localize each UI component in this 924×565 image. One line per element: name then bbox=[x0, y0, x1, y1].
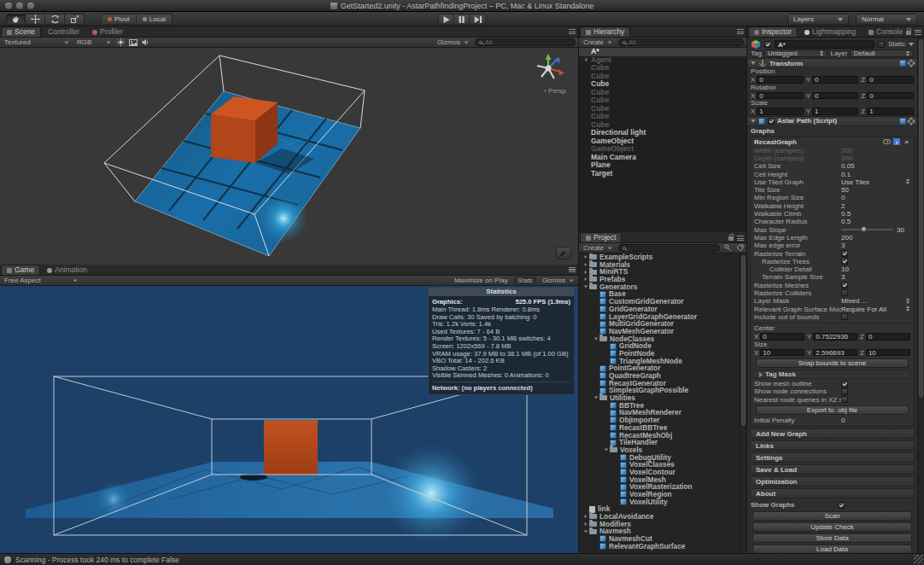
setting-value[interactable]: 200 bbox=[841, 234, 910, 242]
help-icon[interactable] bbox=[899, 118, 906, 125]
move-tool-button[interactable] bbox=[26, 14, 45, 25]
snap-bounds-button[interactable]: Snap bounds to scene bbox=[756, 358, 909, 368]
pivot-toggle-button[interactable]: Pivot bbox=[101, 14, 137, 25]
lock-icon[interactable] bbox=[906, 31, 911, 35]
object-name-field[interactable]: A* bbox=[775, 40, 874, 49]
hierarchy-search-input[interactable]: All bbox=[618, 38, 744, 46]
hierarchy-create-dropdown[interactable]: Create bbox=[582, 38, 614, 46]
static-dropdown-icon[interactable] bbox=[909, 43, 914, 46]
audio-toggle-icon[interactable] bbox=[142, 38, 149, 46]
maximize-on-play-button[interactable]: Maximize on Play bbox=[453, 277, 510, 284]
color-mode-dropdown[interactable]: RGB bbox=[75, 38, 113, 46]
panel-menu-icon[interactable] bbox=[737, 29, 744, 34]
setting-value[interactable]: 10 bbox=[841, 265, 910, 273]
astar-component-header[interactable]: Astar Path (Script) bbox=[747, 116, 917, 126]
scrollbar-thumb[interactable] bbox=[741, 255, 746, 426]
setting-checkbox[interactable] bbox=[841, 289, 848, 296]
transform-scale-z-field[interactable]: 1 bbox=[867, 108, 914, 115]
project-item-navmeshgenerator[interactable]: NavMeshGenerator bbox=[579, 328, 746, 335]
window-resize-grip[interactable] bbox=[914, 555, 923, 564]
active-checkbox[interactable] bbox=[764, 41, 771, 48]
button-scan[interactable]: Scan bbox=[752, 511, 912, 521]
scene-gizmos-dropdown[interactable]: Gizmos bbox=[436, 38, 471, 46]
hand-tool-button[interactable] bbox=[6, 14, 26, 25]
layer-dropdown[interactable]: Default bbox=[850, 50, 914, 57]
button-store-data[interactable]: Store Data bbox=[752, 533, 912, 543]
setting-checkbox[interactable] bbox=[841, 313, 848, 320]
transform-rotation-y-field[interactable]: 0 bbox=[812, 92, 858, 100]
setting-value[interactable]: 0.5 bbox=[841, 218, 910, 225]
recast-center-x-field[interactable]: 0 bbox=[760, 333, 804, 341]
setting-checkbox[interactable] bbox=[841, 258, 848, 265]
lighting-toggle-icon[interactable] bbox=[117, 38, 125, 46]
project-item-utilities[interactable]: Utilities bbox=[579, 394, 746, 402]
gear-icon[interactable] bbox=[909, 119, 914, 124]
project-item-trianglemeshnode[interactable]: TriangleMeshNode bbox=[579, 358, 746, 365]
recast-center-y-field[interactable]: 0.7522936 bbox=[813, 333, 857, 341]
section-optimization[interactable]: Optimization bbox=[750, 476, 915, 486]
setting-checkbox[interactable] bbox=[841, 396, 848, 403]
section-settings[interactable]: Settings bbox=[750, 452, 915, 463]
panel-menu-icon[interactable] bbox=[569, 267, 576, 272]
scene-grip-button[interactable] bbox=[556, 247, 571, 259]
transform-position-x-field[interactable]: 0 bbox=[757, 76, 803, 84]
tab-hierarchy[interactable]: Hierarchy bbox=[580, 26, 630, 37]
layers-dropdown[interactable]: Layers bbox=[787, 14, 849, 25]
scene-viewport[interactable]: ‹ Persp bbox=[0, 48, 578, 265]
setting-value[interactable]: 0 bbox=[841, 194, 910, 201]
add-new-graph-button[interactable]: Add New Graph bbox=[750, 428, 915, 439]
setting-dropdown[interactable]: Require For All bbox=[841, 306, 906, 313]
tab-controller[interactable]: Controller bbox=[42, 26, 85, 37]
aspect-dropdown[interactable]: Free Aspect bbox=[3, 277, 79, 284]
setting-value[interactable]: 2 bbox=[841, 202, 910, 210]
section-links[interactable]: Links bbox=[750, 440, 915, 451]
project-item-gridnode[interactable]: GridNode bbox=[579, 342, 746, 350]
setting-dropdown[interactable]: Use Tiles bbox=[841, 178, 906, 186]
project-item-nodeclasses[interactable]: NodeClasses bbox=[579, 335, 746, 343]
setting-value[interactable]: 3 bbox=[841, 273, 910, 281]
project-item-customgridgenerator[interactable]: CustomGridGenerator bbox=[579, 298, 746, 306]
setting-value[interactable]: 0.5 bbox=[841, 210, 910, 218]
tag-mask-foldout[interactable]: Tag Mask bbox=[753, 370, 911, 379]
project-item-tilehandler[interactable]: TileHandler bbox=[579, 439, 746, 446]
lock-icon[interactable] bbox=[728, 236, 734, 241]
tab-console[interactable]: Console bbox=[863, 26, 909, 37]
search-by-type-icon[interactable] bbox=[724, 244, 732, 252]
project-item-generators[interactable]: Generators bbox=[579, 283, 746, 291]
setting-checkbox[interactable] bbox=[841, 388, 848, 395]
static-checkbox[interactable] bbox=[878, 41, 885, 48]
tab-profiler[interactable]: Profiler bbox=[86, 26, 129, 37]
recast-center-z-field[interactable]: 0 bbox=[866, 333, 910, 341]
setting-checkbox[interactable] bbox=[841, 250, 848, 257]
show-graphs-checkbox[interactable] bbox=[838, 502, 845, 509]
play-button[interactable] bbox=[438, 14, 454, 25]
eye-icon[interactable] bbox=[883, 139, 891, 144]
project-item-pointgenerator[interactable]: PointGenerator bbox=[579, 364, 746, 372]
tag-dropdown[interactable]: Untagged bbox=[764, 50, 828, 57]
transform-scale-x-field[interactable]: 1 bbox=[757, 108, 803, 115]
effects-toggle-icon[interactable] bbox=[129, 39, 137, 46]
setting-checkbox[interactable] bbox=[841, 282, 848, 288]
delete-icon[interactable] bbox=[903, 138, 910, 145]
search-by-label-icon[interactable] bbox=[736, 244, 744, 252]
panel-menu-icon[interactable] bbox=[915, 30, 921, 35]
setting-value[interactable]: 0.05 bbox=[841, 162, 910, 170]
setting-dropdown[interactable]: Mixed ... bbox=[841, 297, 906, 305]
recast-size-x-field[interactable]: 10 bbox=[760, 349, 804, 357]
button-load-data[interactable]: Load Data bbox=[752, 545, 912, 553]
recastgraph-header[interactable]: RecastGraph bbox=[751, 137, 914, 147]
panel-menu-icon[interactable] bbox=[569, 29, 576, 34]
panel-menu-icon[interactable] bbox=[737, 236, 744, 241]
recast-size-z-field[interactable]: 10 bbox=[866, 349, 910, 357]
tab-animation[interactable]: Animation bbox=[41, 265, 93, 275]
rotate-tool-button[interactable] bbox=[45, 14, 65, 25]
help-icon[interactable] bbox=[899, 60, 906, 67]
project-scrollbar[interactable] bbox=[740, 253, 746, 553]
pause-button[interactable] bbox=[454, 14, 471, 25]
render-mode-dropdown[interactable]: Textured bbox=[3, 38, 71, 46]
transform-position-y-field[interactable]: 0 bbox=[812, 76, 858, 84]
section-about[interactable]: About bbox=[750, 488, 915, 498]
button-update-check[interactable]: Update Check bbox=[752, 522, 912, 532]
setting-value[interactable]: 0.1 bbox=[841, 171, 910, 178]
component-enabled-checkbox[interactable] bbox=[768, 118, 775, 125]
